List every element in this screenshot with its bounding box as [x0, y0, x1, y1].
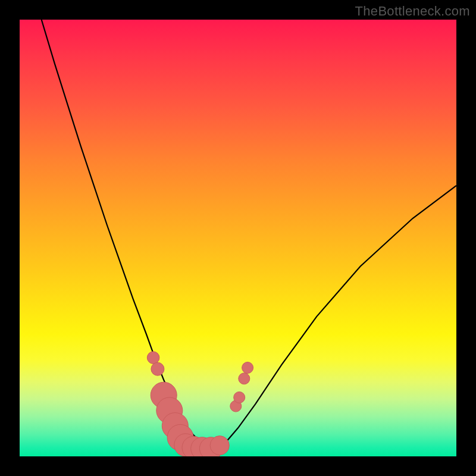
watermark-text: TheBottleneck.com [355, 4, 470, 19]
plot-area [20, 20, 456, 456]
series-marker [239, 373, 250, 384]
series-marker [234, 392, 245, 403]
chart-overlay-svg [20, 20, 456, 456]
series-markers [147, 352, 253, 456]
series-marker [151, 362, 164, 375]
series-marker [242, 362, 253, 374]
series-marker [147, 352, 159, 364]
chart-frame: TheBottleneck.com [0, 0, 476, 476]
bottleneck-curve [42, 20, 456, 447]
series-marker [210, 436, 229, 455]
